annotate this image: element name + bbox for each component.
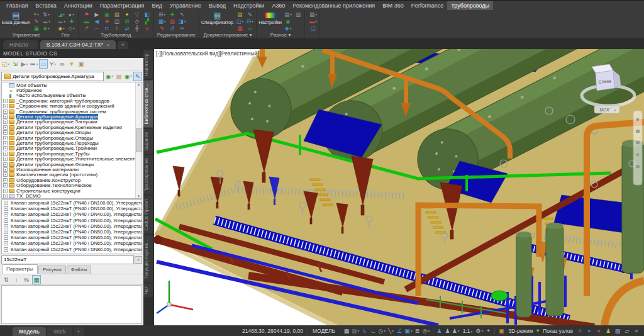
drafting-toggle-icon[interactable]: ◎ <box>423 327 430 335</box>
ribbon-icon[interactable]: ▤ <box>235 11 244 18</box>
ribbon-icon[interactable]: ↖ <box>178 11 187 18</box>
component-list-item[interactable]: Клапан запорный 15с22нжТ (PN40 / DN40.00… <box>2 211 142 217</box>
clear-filter-button[interactable]: × <box>135 256 142 264</box>
ribbon-icon[interactable]: ≔ <box>57 18 66 25</box>
ribbon-icon[interactable]: ◧ <box>143 11 152 18</box>
palette-toolbar-icon[interactable]: ∞ <box>58 59 67 69</box>
ribbon-tab[interactable]: Надстройки <box>230 1 268 10</box>
ribbon-icon[interactable]: ⊞ <box>158 11 167 18</box>
expander-icon[interactable] <box>4 218 8 223</box>
filter-input[interactable]: 15с22нжТ <box>1 255 134 264</box>
ribbon-icon[interactable]: ✦ <box>123 11 131 18</box>
expander-icon[interactable] <box>4 247 8 252</box>
status-tray-icon[interactable]: ≡ <box>633 327 640 335</box>
drafting-toggle-icon[interactable]: ∠ <box>396 327 403 335</box>
ribbon-panel-label[interactable]: Управление <box>0 31 53 38</box>
ribbon-icon[interactable]: ⇄ <box>123 25 131 31</box>
ribbon-icon[interactable]: ⌐ <box>92 25 101 31</box>
expander-icon[interactable] <box>3 115 8 119</box>
expander-icon[interactable] <box>3 99 8 103</box>
combo-action-icon[interactable]: ▤ <box>114 72 123 81</box>
component-list-item[interactable]: Клапан запорный 15с22нжТ (PN40 / DN100.0… <box>2 200 142 206</box>
ribbon-tab[interactable]: Трубопроводы <box>447 1 493 10</box>
drafting-toggle-icon[interactable]: ≣ <box>414 327 421 335</box>
expander-icon[interactable] <box>3 141 8 145</box>
ribbon-icon[interactable]: ✚ <box>103 18 111 25</box>
expander-icon[interactable] <box>3 162 8 167</box>
expander-icon[interactable] <box>3 93 8 98</box>
palette-side-tab[interactable]: Задания <box>143 129 153 154</box>
ribbon-icon[interactable]: ✎ <box>245 11 254 18</box>
ribbon-panel-label[interactable]: Документирование ▾ <box>199 31 257 38</box>
ribbon-overflow-icon[interactable]: ▭ <box>384 1 391 10</box>
ribbon-icon[interactable]: ▞ <box>143 18 152 25</box>
palette-side-tab[interactable]: Навигатор <box>143 50 153 79</box>
scroll-up-icon[interactable]: ▲ <box>137 82 141 86</box>
annotation-scale-icon[interactable]: ♟ <box>436 327 443 335</box>
ribbon-icon[interactable]: ▽ <box>133 11 142 18</box>
ribbon-icon[interactable]: ⊟ <box>245 18 254 25</box>
palette-side-tab[interactable]: CadLib Проект <box>143 196 153 234</box>
ribbon-icon[interactable]: ⚑ <box>82 11 91 18</box>
viewport-label[interactable]: [-][Пользовательский вид][Реалистичный] <box>156 50 259 57</box>
expander-icon[interactable] <box>3 172 8 177</box>
ribbon-icon[interactable]: ▧ <box>168 18 177 25</box>
scroll-down-icon[interactable]: ▼ <box>137 194 141 198</box>
ribbon-icon[interactable]: ▦ <box>235 25 244 31</box>
component-list-item[interactable]: Клапан запорный 15с22нжТ (PN40 / DN50.00… <box>2 223 142 229</box>
3d-viewport-canvas[interactable]: Слева МСК ▾ [-][Пользовательский вид][Ре… <box>154 49 644 325</box>
expander-icon[interactable] <box>4 230 8 234</box>
drafting-toggle-icon[interactable]: ▣ <box>404 327 412 335</box>
status-tray-icon[interactable]: ● <box>595 327 602 335</box>
library-combo[interactable]: Детали трубопроводные.Арматура <box>1 72 104 81</box>
ribbon-tab[interactable]: Вид <box>148 1 165 10</box>
drafting-toggle-icon[interactable]: ∟ <box>369 327 377 335</box>
palette-toolbar-icon[interactable]: ◱ <box>1 59 10 69</box>
property-toolbar-icon[interactable]: ⇅ <box>2 275 11 284</box>
navigation-bar[interactable] <box>633 111 642 185</box>
layout-tab[interactable]: + <box>74 327 84 336</box>
ribbon-icon[interactable]: ◫ <box>309 25 318 31</box>
ribbon-panel-label[interactable]: Гео <box>53 31 78 38</box>
tree-scrollbar[interactable]: ▲▼ <box>135 82 142 198</box>
new-tab-button[interactable]: + <box>118 41 128 49</box>
palette-side-tab[interactable]: Библиотека стан... <box>143 81 153 128</box>
expander-icon[interactable] <box>4 235 8 240</box>
ribbon-panel-label[interactable]: Разное ▾ <box>257 31 304 38</box>
combo-action-icon[interactable]: ◉ <box>124 72 133 81</box>
ribbon-icon[interactable]: ◫ <box>113 18 121 25</box>
expander-icon[interactable] <box>3 146 8 150</box>
crosshair-plus-icon[interactable]: ＋ <box>484 327 492 335</box>
property-tab[interactable]: Параметры <box>2 264 38 274</box>
ribbon-icon[interactable]: ▤ <box>113 11 121 18</box>
ribbon-icon[interactable]: ⌇ <box>113 25 121 31</box>
palette-toolbar-icon[interactable]: ⇲ <box>11 59 19 69</box>
drafting-toggle-icon[interactable]: ╲ <box>387 327 394 335</box>
property-toolbar-icon[interactable]: % <box>22 275 31 284</box>
ribbon-icon[interactable]: ⇅ <box>42 11 51 18</box>
component-list-item[interactable]: Клапан запорный 15с22нжТ (PN40 / DN50.00… <box>2 229 142 235</box>
drafting-toggle-icon[interactable]: ▦ <box>352 327 359 335</box>
ribbon-icon[interactable]: ◉ <box>284 18 292 25</box>
property-toolbar-icon[interactable]: ↕ <box>12 275 21 284</box>
expander-icon[interactable] <box>3 88 8 92</box>
ribbon-icon[interactable]: ▤ <box>309 11 318 18</box>
ribbon-big-button[interactable]: ▤ База данных <box>2 11 30 25</box>
ribbon-icon[interactable]: ▤ <box>284 11 292 18</box>
status-tray-icon[interactable]: ● <box>586 327 593 335</box>
ribbon-icon[interactable]: ↺ <box>168 25 177 31</box>
expander-icon[interactable] <box>3 194 8 198</box>
expander-icon[interactable] <box>3 136 8 140</box>
ribbon-icon[interactable]: ▬ <box>309 18 318 25</box>
palette-toolbar-icon[interactable]: Y <box>48 59 57 69</box>
palette-toolbar-icon[interactable]: ≔ <box>30 59 38 69</box>
ribbon-icon[interactable]: ◢ <box>57 11 66 18</box>
ribbon-icon[interactable]: ≔ <box>42 18 51 25</box>
expander-icon[interactable] <box>4 212 8 216</box>
ribbon-icon[interactable]: ✂ <box>178 25 187 31</box>
annotation-scale-value[interactable]: 1:1 <box>461 328 475 334</box>
ribbon-icon[interactable]: ◈ <box>284 25 292 31</box>
scrollbar-thumb[interactable] <box>136 128 142 152</box>
expander-icon[interactable] <box>3 104 8 108</box>
expander-icon[interactable] <box>3 152 8 156</box>
